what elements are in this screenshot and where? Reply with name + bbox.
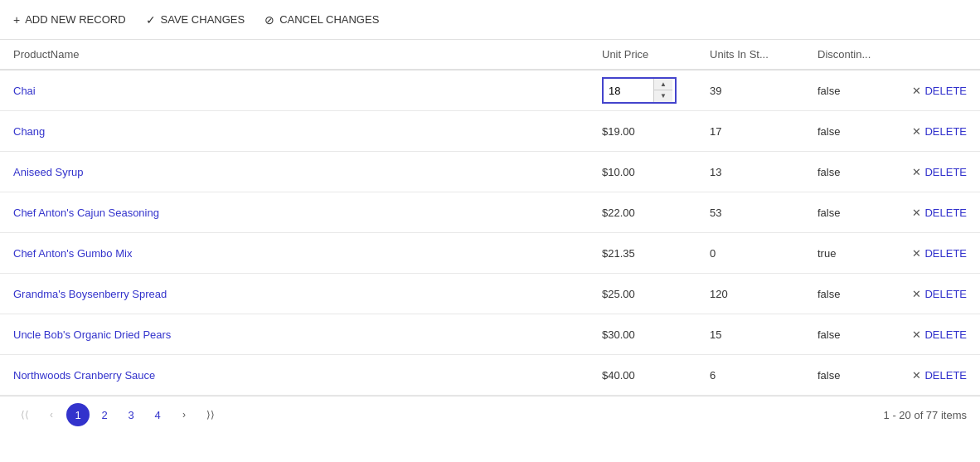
delete-x-icon: ✕ (912, 207, 921, 219)
table-row: Chang $19.00 17 false ✕ DELETE (0, 111, 980, 152)
column-header-units: Units In St... (710, 48, 817, 61)
units-cell: 120 (710, 288, 817, 300)
delete-x-icon: ✕ (912, 369, 921, 382)
product-name-link[interactable]: Chef Anton's Cajun Seasoning (13, 207, 159, 219)
table-row: Chai ▲ ▼ 39 false ✕ DELETE (0, 71, 980, 111)
unit-price-cell: $40.00 (602, 369, 710, 382)
product-name-cell: Grandma's Boysenberry Spread (13, 288, 602, 300)
units-cell: 0 (710, 247, 817, 260)
unit-price-cell: $19.00 (602, 125, 710, 138)
column-header-disc: Discontin... (817, 48, 967, 61)
product-name-link[interactable]: Chang (13, 125, 45, 138)
delete-button[interactable]: DELETE (924, 247, 967, 260)
units-cell: 13 (710, 166, 817, 178)
product-name-cell: Uncle Bob's Organic Dried Pears (13, 328, 602, 341)
units-cell: 53 (710, 207, 817, 219)
cancel-label: CANCEL CHANGES (279, 13, 379, 26)
units-cell: 17 (710, 125, 817, 138)
page-2-button[interactable]: 2 (93, 403, 116, 426)
grid-body: Chai ▲ ▼ 39 false ✕ DELETE Ch (0, 71, 980, 396)
delete-button[interactable]: DELETE (924, 288, 967, 300)
product-name-cell: Chai (13, 85, 602, 97)
delete-x-icon: ✕ (912, 85, 921, 97)
delete-button[interactable]: DELETE (924, 328, 967, 341)
discontinued-cell: false ✕ DELETE (817, 369, 967, 382)
save-changes-button[interactable]: ✓ SAVE CHANGES (146, 13, 245, 27)
discontinued-cell: true ✕ DELETE (817, 247, 967, 260)
delete-x-icon: ✕ (912, 288, 921, 300)
delete-button[interactable]: DELETE (924, 166, 967, 178)
delete-button[interactable]: DELETE (924, 125, 967, 138)
product-name-link[interactable]: Northwoods Cranberry Sauce (13, 369, 155, 382)
product-name-link[interactable]: Uncle Bob's Organic Dried Pears (13, 328, 171, 341)
table-row: Chef Anton's Cajun Seasoning $22.00 53 f… (0, 192, 980, 233)
units-cell: 15 (710, 328, 817, 341)
product-name-cell: Chang (13, 125, 602, 138)
prev-page-button[interactable]: ‹ (40, 403, 63, 426)
add-new-record-button[interactable]: + ADD NEW RECORD (13, 13, 126, 27)
product-name-link[interactable]: Grandma's Boysenberry Spread (13, 288, 167, 300)
delete-x-icon: ✕ (912, 166, 921, 178)
pagination: ⟨⟨ ‹ 1 2 3 4 › ⟩⟩ 1 - 20 of 77 items (0, 396, 980, 433)
discontinued-cell: false ✕ DELETE (817, 328, 967, 341)
add-label: ADD NEW RECORD (25, 13, 125, 26)
last-page-button[interactable]: ⟩⟩ (199, 403, 222, 426)
table-row: Chef Anton's Gumbo Mix $21.35 0 true ✕ D… (0, 233, 980, 274)
cancel-changes-button[interactable]: ⊘ CANCEL CHANGES (264, 13, 379, 27)
discontinued-cell: false ✕ DELETE (817, 166, 967, 178)
table-row: Uncle Bob's Organic Dried Pears $30.00 1… (0, 314, 980, 355)
unit-price-cell: $22.00 (602, 207, 710, 219)
product-name-cell: Chef Anton's Cajun Seasoning (13, 207, 602, 219)
table-row: Northwoods Cranberry Sauce $40.00 6 fals… (0, 355, 980, 396)
spinner-down-button[interactable]: ▼ (654, 90, 672, 102)
cancel-icon: ⊘ (264, 13, 274, 27)
delete-x-icon: ✕ (912, 247, 921, 260)
page-1-button[interactable]: 1 (66, 403, 90, 426)
column-header-price: Unit Price (602, 48, 710, 61)
product-name-cell: Chef Anton's Gumbo Mix (13, 247, 602, 260)
grid-header: ProductName Unit Price Units In St... Di… (0, 40, 980, 71)
plus-icon: + (13, 13, 20, 27)
page-3-button[interactable]: 3 (119, 403, 143, 426)
discontinued-cell: false ✕ DELETE (817, 288, 967, 300)
page-4-button[interactable]: 4 (146, 403, 169, 426)
table-row: Grandma's Boysenberry Spread $25.00 120 … (0, 274, 980, 314)
save-label: SAVE CHANGES (161, 13, 245, 26)
product-name-cell: Aniseed Syrup (13, 166, 602, 178)
delete-button[interactable]: DELETE (924, 207, 967, 219)
spinner-up-button[interactable]: ▲ (654, 79, 672, 90)
delete-button[interactable]: DELETE (924, 85, 967, 97)
first-page-button[interactable]: ⟨⟨ (13, 403, 36, 426)
table-row: Aniseed Syrup $10.00 13 false ✕ DELETE (0, 152, 980, 192)
price-editor: ▲ ▼ (602, 77, 677, 104)
units-cell: 6 (710, 369, 817, 382)
discontinued-cell: false ✕ DELETE (817, 85, 967, 97)
discontinued-cell: false ✕ DELETE (817, 207, 967, 219)
unit-price-cell: $21.35 (602, 247, 710, 260)
unit-price-cell: $30.00 (602, 328, 710, 341)
toolbar: + ADD NEW RECORD ✓ SAVE CHANGES ⊘ CANCEL… (0, 0, 980, 40)
product-name-cell: Northwoods Cranberry Sauce (13, 369, 602, 382)
unit-price-cell: $25.00 (602, 288, 710, 300)
column-header-name: ProductName (13, 48, 602, 61)
page-info: 1 - 20 of 77 items (884, 409, 967, 421)
product-grid: ProductName Unit Price Units In St... Di… (0, 40, 980, 396)
next-page-button[interactable]: › (172, 403, 196, 426)
unit-price-cell-editing: ▲ ▼ (602, 77, 710, 104)
delete-x-icon: ✕ (912, 125, 921, 138)
product-name-link[interactable]: Aniseed Syrup (13, 166, 84, 178)
unit-price-cell: $10.00 (602, 166, 710, 178)
product-name-link[interactable]: Chef Anton's Gumbo Mix (13, 247, 132, 260)
check-icon: ✓ (146, 13, 156, 27)
spinner: ▲ ▼ (653, 79, 672, 102)
discontinued-cell: false ✕ DELETE (817, 125, 967, 138)
price-input[interactable] (604, 81, 653, 100)
units-cell: 39 (710, 85, 817, 97)
product-name-link[interactable]: Chai (13, 85, 36, 97)
delete-button[interactable]: DELETE (924, 369, 967, 382)
delete-x-icon: ✕ (912, 328, 921, 341)
